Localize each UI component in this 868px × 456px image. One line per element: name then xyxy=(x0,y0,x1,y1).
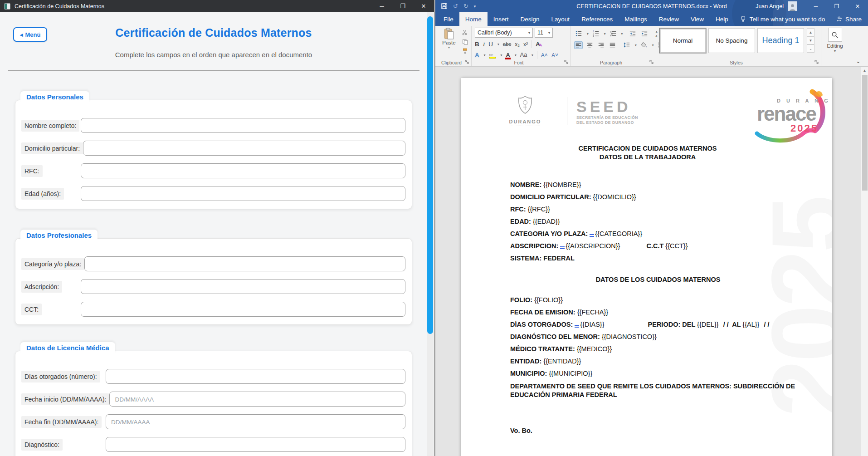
editing-button[interactable] xyxy=(828,28,842,42)
numbering-button[interactable]: 123 xyxy=(591,29,600,38)
clipboard-launcher-icon[interactable] xyxy=(465,60,469,64)
word-restore-button[interactable]: ❐ xyxy=(826,0,847,12)
field-input[interactable] xyxy=(81,163,405,178)
undo-icon[interactable]: ↺ xyxy=(453,3,458,10)
doc-field-value: {{CCT}} xyxy=(665,242,688,250)
word-scrollbar-thumb[interactable] xyxy=(862,75,868,191)
ribbon-tab-references[interactable]: References xyxy=(575,12,619,26)
scroll-up-icon[interactable]: ▲ xyxy=(861,67,868,74)
ribbon-tab-review[interactable]: Review xyxy=(653,12,685,26)
word-scrollbar-track[interactable]: ▲ xyxy=(861,67,868,456)
ribbon-tab-help[interactable]: Help xyxy=(710,12,734,26)
ribbon-tab-design[interactable]: Design xyxy=(515,12,546,26)
justify-button[interactable] xyxy=(608,41,617,49)
font-name-select[interactable]: Calibri (Body) ▾ xyxy=(475,28,533,38)
user-name[interactable]: Juan Angel xyxy=(756,3,784,10)
text-effects-button[interactable]: A xyxy=(475,52,479,59)
ribbon-tab-mailings[interactable]: Mailings xyxy=(619,12,653,26)
redo-icon[interactable]: ↻ xyxy=(463,3,468,10)
copy-button[interactable] xyxy=(461,38,469,45)
word-minimize-button[interactable]: ─ xyxy=(805,0,826,12)
field-input[interactable] xyxy=(81,302,405,317)
left-scrollbar-thumb[interactable] xyxy=(427,16,433,334)
decrease-indent-button[interactable] xyxy=(628,29,637,38)
text-highlight-button[interactable]: ✏ xyxy=(489,52,496,59)
word-close-button[interactable]: ✕ xyxy=(847,0,868,12)
styles-more-button[interactable]: ⌄ xyxy=(807,44,814,53)
close-button[interactable]: ✕ xyxy=(413,0,434,12)
field-input[interactable] xyxy=(84,256,405,271)
style-normal[interactable]: Normal xyxy=(659,28,706,53)
cut-button[interactable] xyxy=(461,29,469,36)
tell-me-box[interactable]: Tell me what you want to do xyxy=(740,12,825,26)
font-size-select[interactable]: 11 ▾ xyxy=(535,28,553,38)
shading-button[interactable] xyxy=(639,41,649,49)
doc-line: FECHA DE EMISION: {{FECHA}} xyxy=(510,309,806,316)
bullet-list-icon xyxy=(575,30,582,37)
align-left-button[interactable] xyxy=(574,41,583,49)
dropdown-icon[interactable]: ▾ xyxy=(621,32,623,36)
style-no-spacing[interactable]: No Spacing xyxy=(708,28,755,53)
bold-button[interactable]: B xyxy=(475,41,479,48)
field-input[interactable] xyxy=(106,369,405,384)
dropdown-icon[interactable]: ▾ xyxy=(652,43,654,47)
maximize-button[interactable]: ❐ xyxy=(392,0,413,12)
format-painter-button[interactable] xyxy=(461,47,469,54)
paste-button[interactable]: Paste ▾ xyxy=(439,28,458,59)
customize-qat-icon[interactable]: ▾ xyxy=(474,4,476,9)
grow-font-button[interactable]: A˄ xyxy=(541,53,548,58)
dropdown-icon[interactable]: ▾ xyxy=(635,43,637,47)
ribbon-tab-file[interactable]: File xyxy=(438,12,459,26)
superscript-button[interactable]: x² xyxy=(523,42,528,47)
styles-launcher-icon[interactable] xyxy=(814,60,819,64)
change-case-button[interactable]: Aa xyxy=(520,52,527,58)
ribbon-tab-insert[interactable]: Insert xyxy=(488,12,515,26)
font-size-value: 11 xyxy=(537,29,543,36)
avatar[interactable] xyxy=(788,1,797,11)
field-input[interactable] xyxy=(106,414,405,429)
dropdown-icon: ▾ xyxy=(527,31,530,35)
underline-dropdown-icon[interactable]: ▾ xyxy=(497,42,499,46)
font-color-button[interactable]: A xyxy=(506,52,510,59)
ribbon-tab-view[interactable]: View xyxy=(685,12,710,26)
document-page[interactable]: 2025 DURANGO SEED SECRETARÍA DE EDUCACIÓ… xyxy=(461,78,832,456)
clear-formatting-button[interactable]: A✎ xyxy=(536,41,540,48)
subscript-button[interactable]: x₂ xyxy=(515,42,520,47)
line-spacing-button[interactable] xyxy=(622,41,631,49)
style-heading-1[interactable]: Heading 1 xyxy=(757,28,804,53)
multilevel-list-button[interactable] xyxy=(609,29,618,38)
left-scrollbar-track[interactable] xyxy=(427,12,434,456)
shrink-font-button[interactable]: A˅ xyxy=(551,53,558,58)
dropdown-icon: ▾ xyxy=(834,49,836,53)
align-right-button[interactable] xyxy=(597,41,605,49)
doc-field-label: MUNICIPIO: xyxy=(510,370,549,377)
field-input[interactable] xyxy=(106,437,405,452)
font-launcher-icon[interactable] xyxy=(564,60,569,64)
styles-scroll-up-button[interactable]: ▲ xyxy=(807,28,814,36)
field-input[interactable] xyxy=(81,186,405,201)
styles-scroll-down-button[interactable]: ▼ xyxy=(807,36,814,44)
paragraph-launcher-icon[interactable] xyxy=(649,60,654,64)
increase-indent-button[interactable] xyxy=(640,29,649,38)
strikethrough-button[interactable]: abc xyxy=(503,42,512,47)
dropdown-icon: ▾ xyxy=(515,53,517,57)
bullets-button[interactable] xyxy=(574,29,583,38)
field-input[interactable] xyxy=(109,392,405,407)
align-center-button[interactable] xyxy=(585,41,594,49)
dropdown-icon[interactable]: ▾ xyxy=(587,32,589,36)
menu-button[interactable]: ◂ Menú xyxy=(13,27,47,42)
underline-button[interactable]: U xyxy=(488,41,493,48)
field-input[interactable] xyxy=(81,118,405,133)
ribbon-tab-home[interactable]: Home xyxy=(459,12,488,26)
doc-line: RFC: {{RFC}} xyxy=(510,206,806,213)
share-button[interactable]: Share xyxy=(836,12,862,26)
italic-button[interactable]: I xyxy=(483,41,485,48)
collapse-ribbon-icon[interactable]: ⌄ xyxy=(856,58,861,64)
paragraph-group: ▾ 123 ▾ ▾ xyxy=(571,26,656,66)
field-input[interactable] xyxy=(83,141,405,156)
dropdown-icon[interactable]: ▾ xyxy=(604,32,606,36)
minimize-button[interactable]: ─ xyxy=(371,0,392,12)
ribbon-tab-layout[interactable]: Layout xyxy=(546,12,576,26)
save-icon[interactable] xyxy=(441,3,448,10)
field-input[interactable] xyxy=(81,279,405,294)
